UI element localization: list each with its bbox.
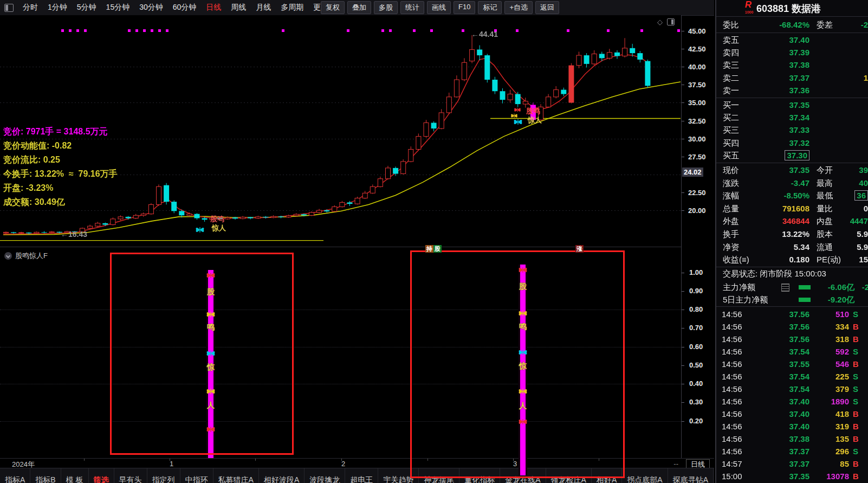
weicha-label: 委差 (817, 18, 833, 31)
signal-text-label: 股鸣 (210, 214, 224, 224)
ask-price[interactable]: 37.39 (749, 46, 809, 59)
tick-volume: 296 (798, 445, 849, 458)
indicator-tickmark (682, 310, 684, 310)
bottom-tab-私募猎庄A[interactable]: 私募猎庄A (213, 468, 259, 483)
tick-direction: S (853, 345, 858, 358)
bottom-tab-〉[interactable]: 〉 (714, 468, 714, 483)
trade-tick-row[interactable]: 14:56 37.54 225 S (716, 370, 868, 383)
bottom-tab-指标B[interactable]: 指标B (30, 468, 61, 483)
bottom-tab-拐点底部A[interactable]: 拐点底部A (622, 468, 668, 483)
stat-label-2: 股本 (817, 228, 833, 240)
period-tab-日线[interactable]: 日线 (201, 3, 226, 12)
rights-logo-icon: R1000 (745, 1, 754, 16)
trade-tick-row[interactable]: 14:56 37.54 592 S (716, 345, 868, 358)
stat-label-2: 内盘 (817, 215, 833, 227)
trade-tick-row[interactable]: 14:56 37.40 1890 S (716, 395, 868, 408)
bottom-tab-探底寻钻A[interactable]: 探底寻钻A (668, 468, 714, 483)
ask-price[interactable]: 37.40 (749, 34, 809, 46)
bid-price[interactable]: 37.32 (749, 137, 809, 149)
chevron-down-icon[interactable] (4, 252, 12, 260)
tick-volume: 546 (798, 358, 849, 370)
trade-tick-row[interactable]: 14:56 37.37 296 S (716, 445, 868, 458)
indicator-tick-label: 0.20 (689, 417, 703, 425)
bottom-tab-波段擒龙[interactable]: 波段擒龙 (305, 468, 345, 483)
trade-tick-row[interactable]: 15:00 37.35 13078 B (716, 470, 868, 482)
tick-time: 14:56 (722, 333, 742, 345)
period-tab-30分钟[interactable]: 30分钟 (134, 3, 168, 12)
bid-price[interactable]: 37.35 (749, 99, 809, 111)
split-panel-icon[interactable] (667, 18, 675, 25)
action-button-F10[interactable]: F10 (454, 1, 475, 14)
bottom-tab-相好波段A[interactable]: 相好波段A (259, 468, 305, 483)
period-tab-60分钟[interactable]: 60分钟 (168, 3, 202, 12)
tick-direction: B (853, 333, 859, 345)
bid-price[interactable]: 37.34 (749, 111, 809, 124)
action-button-多股[interactable]: 多股 (374, 1, 398, 14)
bottom-tab-早有头[interactable]: 早有头 (114, 468, 147, 483)
trade-tick-row[interactable]: 14:56 37.56 334 B (716, 320, 868, 333)
action-button-+自选[interactable]: +自选 (504, 1, 533, 14)
period-tab-分时[interactable]: 分时 (18, 3, 43, 12)
action-button-画线[interactable]: 画线 (427, 1, 451, 14)
stock-code-name[interactable]: 603881 数据港 (756, 2, 821, 15)
detail-list-icon[interactable] (781, 284, 789, 292)
trade-tick-row[interactable]: 14:57 37.37 85 B (716, 458, 868, 470)
bottom-tab-模 板[interactable]: 模 板 (61, 468, 89, 483)
divider (716, 33, 868, 33)
tick-volume: 225 (798, 370, 849, 383)
bid-price[interactable]: 37.30 (749, 149, 809, 162)
mini-flag-badge: 涨 (575, 245, 584, 253)
period-tab-5分钟[interactable]: 5分钟 (72, 3, 101, 12)
period-tab-多周期[interactable]: 多周期 (276, 3, 308, 12)
price-tick-label: 32.50 (688, 117, 706, 125)
bid-price[interactable]: 37.33 (749, 124, 809, 136)
period-tab-15分钟[interactable]: 15分钟 (101, 3, 135, 12)
period-tab-月线[interactable]: 月线 (251, 3, 276, 12)
trade-tick-row[interactable]: 14:56 37.38 135 B (716, 433, 868, 445)
price-tickmark (682, 67, 684, 67)
indicator-tickmark (682, 365, 684, 366)
ask-label: 卖二 (723, 72, 739, 84)
stat-value-2: 5.9 (857, 228, 868, 240)
action-button-统计[interactable]: 统计 (400, 1, 424, 14)
tick-direction: S (853, 308, 858, 320)
trade-tick-row[interactable]: 14:56 37.55 546 B (716, 358, 868, 370)
period-tab-周线[interactable]: 周线 (226, 3, 251, 12)
bottom-tab-超电王[interactable]: 超电王 (345, 468, 378, 483)
trade-tick-row[interactable]: 14:56 37.40 319 B (716, 420, 868, 433)
ask-price[interactable]: 37.36 (749, 84, 809, 96)
indicator-tick-label: 0.50 (689, 361, 703, 369)
info-line: 竞价动能值: -0.82 (3, 140, 118, 152)
diamond-marker-icon[interactable]: ◇ (657, 18, 663, 26)
price-tickmark (682, 139, 684, 139)
bottom-tab-中指环[interactable]: 中指环 (180, 468, 213, 483)
trade-tick-row[interactable]: 14:56 37.54 379 S (716, 383, 868, 395)
indicator-panel-name[interactable]: 股鸣惊人F (15, 251, 48, 261)
bid-label: 买三 (723, 124, 739, 136)
tick-time: 14:56 (722, 395, 742, 408)
toolbar-actions: 复权叠加多股统计画线F10标记+自选返回 (321, 1, 559, 14)
price-tickmark (682, 102, 684, 103)
bottom-tab-指定列[interactable]: 指定列 (147, 468, 180, 483)
period-tab-1分钟[interactable]: 1分钟 (43, 3, 72, 12)
price-tickmark (682, 121, 684, 121)
window-panel-icon[interactable] (4, 4, 14, 12)
action-button-返回[interactable]: 返回 (535, 1, 559, 14)
signal-column-char: 股 (207, 287, 215, 297)
trade-tick-row[interactable]: 14:56 37.40 418 B (716, 408, 868, 420)
ask-price[interactable]: 37.37 (749, 72, 809, 84)
stat-label: 涨幅 (723, 189, 739, 202)
bottom-tab-筛选[interactable]: 筛选 (89, 468, 114, 483)
ask-price[interactable]: 37.38 (749, 59, 809, 71)
divider (716, 267, 868, 267)
indicator-tickmark (682, 291, 684, 292)
stat-row: 现价 37.35 今开 39 (716, 164, 868, 176)
signal-column-char: 股 (519, 282, 527, 292)
action-button-标记[interactable]: 标记 (478, 1, 502, 14)
action-button-叠加[interactable]: 叠加 (347, 1, 371, 14)
action-button-复权[interactable]: 复权 (321, 1, 345, 14)
tick-volume: 318 (798, 333, 849, 345)
trade-tick-row[interactable]: 14:56 37.56 510 S (716, 308, 868, 320)
bottom-tab-指标A[interactable]: 指标A (0, 468, 30, 483)
trade-tick-row[interactable]: 14:56 37.56 318 B (716, 333, 868, 345)
